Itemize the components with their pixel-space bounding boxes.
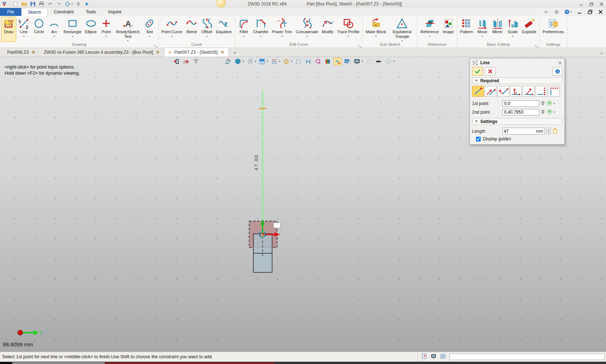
chamfer-button[interactable]: Chamfer▾ xyxy=(251,17,270,42)
dropdown-arrow-icon[interactable]: ▾ xyxy=(149,35,150,38)
select-frame-icon[interactable] xyxy=(295,58,302,65)
command-input[interactable] xyxy=(449,354,605,360)
redo-icon[interactable] xyxy=(56,1,62,7)
blend-button[interactable]: Blend xyxy=(184,17,199,42)
dropdown-arrow-icon[interactable]: ▾ xyxy=(243,35,244,38)
customize-dropdown-icon[interactable] xyxy=(75,1,82,7)
ok-button[interactable] xyxy=(472,67,483,75)
slot-button[interactable]: Slot▾ xyxy=(142,17,157,42)
dropdown-arrow-icon[interactable]: ▾ xyxy=(267,60,268,63)
point-button[interactable]: Point▾ xyxy=(99,17,114,42)
display-monitor-icon[interactable] xyxy=(353,58,361,65)
point-curve-button[interactable]: Point Curve▾ xyxy=(160,17,184,42)
required-section-header[interactable]: ▼ Required xyxy=(472,77,562,84)
cancel-button[interactable] xyxy=(485,67,495,75)
dim-horizontal-icon[interactable] xyxy=(304,58,312,65)
dialog-launcher-icon[interactable] xyxy=(535,43,538,47)
dropdown-arrow-icon[interactable]: ▾ xyxy=(429,35,430,38)
exit-sketch-icon[interactable] xyxy=(173,58,180,65)
doc-minimize-icon[interactable] xyxy=(577,9,582,14)
dropdown-arrow-icon[interactable]: ▾ xyxy=(281,35,283,38)
image-plane-icon[interactable] xyxy=(343,58,351,65)
modify-button[interactable]: Modify xyxy=(320,17,335,42)
tab-close-icon[interactable]: ✕ xyxy=(221,50,224,54)
line-button[interactable]: 12Line▾ xyxy=(16,17,31,42)
reference-face[interactable] xyxy=(249,221,277,247)
new-tab-button[interactable]: + xyxy=(233,49,237,57)
grid-snap-icon[interactable] xyxy=(270,58,278,65)
message-log-icon[interactable] xyxy=(440,353,446,360)
dim-radial-icon[interactable] xyxy=(314,58,322,65)
dropdown-arrow-icon[interactable]: ▾ xyxy=(206,35,208,38)
manager-panel-icon[interactable] xyxy=(421,353,427,360)
new-file-icon[interactable] xyxy=(12,1,19,7)
dropdown-arrow-icon[interactable]: ▾ xyxy=(393,60,395,63)
clipboard-icon[interactable] xyxy=(552,128,558,135)
window-minimize-icon[interactable] xyxy=(579,1,584,6)
length-input[interactable] xyxy=(504,129,536,134)
lt-parallel-button[interactable] xyxy=(485,86,497,97)
dropdown-arrow-icon[interactable]: ▾ xyxy=(306,35,308,38)
gear-icon[interactable] xyxy=(554,9,559,14)
datum-plane-icon[interactable]: XY xyxy=(224,58,232,65)
dropdown-arrow-icon[interactable]: ▾ xyxy=(362,60,363,63)
expand-chevrons-icon[interactable] xyxy=(541,100,545,107)
lt-vertical-button[interactable] xyxy=(535,86,547,97)
tab-list-chevron-icon[interactable]: ▾ xyxy=(601,52,602,55)
view-mode-icon[interactable] xyxy=(64,1,71,7)
dropdown-arrow-icon[interactable]: ▾ xyxy=(512,35,514,38)
mirror-button[interactable]: Mirror xyxy=(490,17,505,42)
dropdown-arrow-icon[interactable]: ▾ xyxy=(291,60,293,63)
ribbon-collapse-icon[interactable] xyxy=(544,9,549,14)
display-guides-checkbox[interactable] xyxy=(476,137,481,141)
reference-button[interactable]: REFReference▾ xyxy=(419,17,441,42)
pattern-button[interactable]: Pattern xyxy=(458,17,475,42)
dropdown-arrow-icon[interactable]: ▾ xyxy=(23,35,25,38)
arc-button[interactable]: Arc▾ xyxy=(47,17,62,42)
dotted-circle-icon[interactable] xyxy=(365,58,373,65)
lt-angle-button[interactable] xyxy=(497,86,509,97)
display-monitor-icon[interactable] xyxy=(430,353,437,360)
dropdown-arrow-icon[interactable]: ▾ xyxy=(255,60,256,63)
info-button[interactable]: i xyxy=(553,67,562,75)
dropdown-arrow-icon[interactable]: ▾ xyxy=(375,35,377,38)
document-tab-active[interactable]: +Part007.Z3 - [Sketch5]✕ xyxy=(164,48,229,57)
open-file-icon[interactable] xyxy=(21,1,27,7)
move-button[interactable]: Move▾ xyxy=(475,17,490,42)
wireframe-cube-icon[interactable] xyxy=(246,58,254,65)
dropdown-arrow-icon[interactable]: ▾ xyxy=(243,60,244,63)
doc-restore-icon[interactable] xyxy=(588,9,593,14)
window-restore-icon[interactable] xyxy=(589,1,594,6)
menu-item-tools[interactable]: Tools xyxy=(80,8,102,16)
panel-close-icon[interactable]: ✕ xyxy=(558,60,562,66)
dropdown-arrow-icon[interactable]: ▾ xyxy=(279,60,281,63)
lt-angle-to-line-button[interactable] xyxy=(523,86,534,97)
dialog-launcher-icon[interactable] xyxy=(154,43,157,47)
help-icon[interactable]: ?▾ xyxy=(564,9,572,14)
length-spinner[interactable]: ▲▼ xyxy=(546,128,551,135)
second-point-input[interactable] xyxy=(502,109,539,115)
equation-button[interactable]: ΣEquation xyxy=(214,17,233,42)
menu-item-sketch[interactable]: Sketch xyxy=(21,8,48,16)
rectangle-button[interactable]: Rectangle▾ xyxy=(62,17,83,42)
preferences-button[interactable]: Preferences xyxy=(541,17,566,42)
dropdown-arrow-icon[interactable]: ▾ xyxy=(260,35,261,38)
dropdown-arrow-icon[interactable]: ▾ xyxy=(482,35,483,38)
save-icon[interactable] xyxy=(30,1,36,7)
viewport-icon[interactable] xyxy=(258,58,266,65)
sketch-canvas[interactable]: XY▾▾▾▾▾▾▾ <right-click> for point input … xyxy=(0,57,606,352)
draw-button[interactable]: Draw xyxy=(1,17,16,42)
dropdown-arrow-icon[interactable]: ▾ xyxy=(171,35,173,38)
color-bars-icon[interactable] xyxy=(324,58,332,65)
equilateral-triangle-button[interactable]: Equilateral Triangle▾ xyxy=(388,17,416,42)
offset-button[interactable]: Offset▾ xyxy=(199,17,214,42)
part-body[interactable] xyxy=(254,234,272,272)
window-close-icon[interactable] xyxy=(599,1,604,6)
undo-icon[interactable] xyxy=(47,1,53,7)
fillet-button[interactable]: Fillet▾ xyxy=(236,17,251,42)
menu-item-inquire[interactable]: Inquire xyxy=(102,8,128,16)
menu-item-file[interactable]: File xyxy=(0,8,21,16)
power-trim-button[interactable]: Power Trim▾ xyxy=(270,17,294,42)
document-tab[interactable]: ZW3D vs Fusion 360 Lesson 4 assembly.Z3 … xyxy=(39,48,164,57)
trace-profile-button[interactable]: Trace Profile▾ xyxy=(335,17,361,42)
